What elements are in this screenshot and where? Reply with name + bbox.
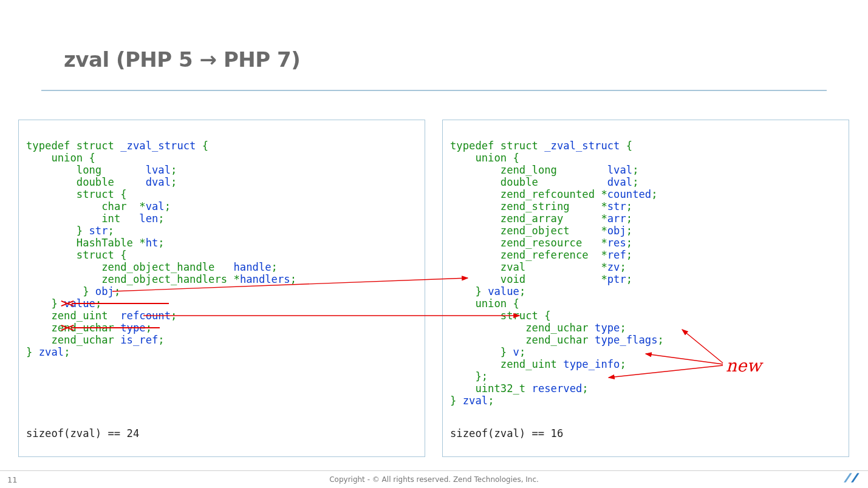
type-zend-uint: zend_uint [501,358,557,370]
brace: { [202,140,208,152]
zend-logo-icon [842,471,859,486]
id-zval: zval [39,346,64,358]
title-divider [41,90,827,91]
kw-union: union [475,297,507,310]
kw-struct: struct [501,310,538,322]
php5-sizeof: sizeof(zval) == 24 [26,427,139,439]
id-zv: zv [607,261,620,273]
type-zend-object: zend_object [501,225,570,237]
type-zend-uchar: zend_uchar [51,334,114,346]
id-lval: lval [146,164,171,176]
kw-union: union [475,152,507,164]
id-zval: zval [463,395,488,407]
type-zend-resource: zend_resource [501,237,583,249]
id-ptr: ptr [607,273,626,285]
type-double: double [501,176,538,188]
type-zoh: zend_object_handle [101,261,214,273]
id-dval: dval [146,176,171,188]
brace: { [89,152,95,164]
kw-struct: struct [501,140,538,152]
id-str: str [607,200,626,212]
id-zval-struct: _zval_struct [120,140,196,152]
id-arr: arr [607,212,626,225]
type-void: void [501,273,525,285]
id-str: str [89,225,108,237]
type-int: int [101,212,120,225]
new-annotation-label: new [726,356,762,376]
type-long: long [77,164,101,176]
id-obj: obj [95,285,114,297]
id-ht: ht [146,237,159,249]
id-value: value [488,285,519,297]
id-is-ref: is_ref [120,334,158,346]
type-zval: zval [501,261,525,273]
id-type: type [120,322,145,334]
id-ref: ref [607,249,626,261]
footer-divider [0,470,868,471]
slide-title: zval (PHP 5 → PHP 7) [64,47,300,72]
id-len: len [139,212,158,225]
type-zend-refcounted: zend_refcounted [501,188,595,200]
type-zend-uchar: zend_uchar [525,322,588,334]
id-type-info: type_info [563,358,620,370]
id-refcount: refcount [120,310,171,322]
cross-refcount [61,303,74,304]
id-lval: lval [607,164,632,176]
id-zval-struct: _zval_struct [544,140,620,152]
kw-struct: struct [77,140,114,152]
id-handle: handle [234,261,272,273]
kw-union: union [51,152,83,164]
kw-struct: struct [77,188,114,200]
id-type-flags: type_flags [595,334,657,346]
type-zend-uint: zend_uint [51,310,108,322]
cross-isref [61,327,74,328]
kw-struct: struct [77,249,114,261]
type-uint32: uint32_t [475,382,525,395]
kw-typedef: typedef [26,140,70,152]
type-double: double [77,176,114,188]
type-zend-reference: zend_reference [501,249,589,261]
id-type: type [595,322,620,334]
php5-code-block: typedef struct _zval_struct { union { lo… [18,120,425,457]
id-val: val [146,200,165,212]
id-res: res [607,237,626,249]
id-obj: obj [607,225,626,237]
copyright-text: Copyright - © All rights reserved. Zend … [0,475,868,484]
php7-code-block: typedef struct _zval_struct { union { ze… [442,120,849,457]
id-reserved: reserved [532,382,583,395]
type-hashtable: HashTable [77,237,133,249]
type-zend-long: zend_long [501,164,557,176]
id-counted: counted [607,188,651,200]
php7-sizeof: sizeof(zval) == 16 [450,427,563,439]
type-zohs: zend_object_handlers [101,273,227,285]
type-zend-array: zend_array [501,212,563,225]
type-char: char [101,200,126,212]
type-zend-string: zend_string [501,200,570,212]
id-handlers: handlers [240,273,290,285]
id-dval: dval [607,176,632,188]
kw-typedef: typedef [450,140,494,152]
id-v: v [513,346,519,358]
type-zend-uchar: zend_uchar [525,334,588,346]
